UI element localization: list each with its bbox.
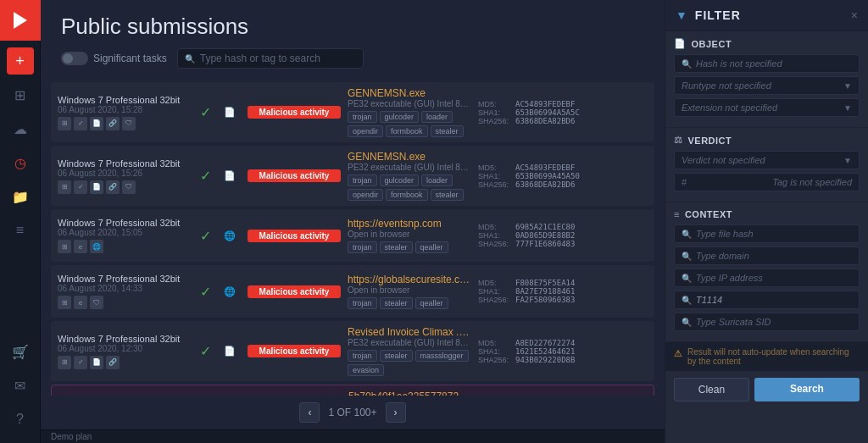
domain-input[interactable] xyxy=(696,251,852,261)
tag-qealler[interactable]: qealler xyxy=(415,241,448,253)
tag-stealer[interactable]: stealer xyxy=(380,297,413,309)
sidebar-item-cloud[interactable]: ☁ xyxy=(3,114,37,144)
sidebar-item-tasks[interactable]: ≡ xyxy=(3,215,37,246)
verdict-badge: Malicious activity xyxy=(248,285,341,298)
os-name: Windows 7 Professional 32bit xyxy=(58,158,180,169)
search-icon: 🔍 xyxy=(682,296,692,305)
tag-stealer[interactable]: stealer xyxy=(380,241,413,253)
file-hash-filter-input[interactable]: 🔍 xyxy=(674,224,860,243)
hash-info: MD5:A8ED227672274 SHA1:1621E52464621 SHA… xyxy=(478,339,648,364)
os-icons: ⊞ ✓ 📄 🔗 🛡 xyxy=(58,117,136,130)
close-filter-button[interactable]: × xyxy=(851,8,858,22)
os-info: Windows 7 Professional 32bit 06 August 2… xyxy=(58,274,193,309)
filter-verdict-title: ⚖ VERDICT xyxy=(674,135,860,146)
sidebar-item-help[interactable]: ? xyxy=(3,404,37,435)
tag-evasion[interactable]: evasion xyxy=(348,364,384,376)
os-date: 06 August 2020, 15:28 xyxy=(58,105,142,114)
ip-filter-input[interactable]: 🔍 xyxy=(674,269,860,287)
hash-info: MD5:AC54893FEDEBF SHA1:653B06994A5A5C SH… xyxy=(478,100,648,125)
warning-text: Result will not auto-update when searchi… xyxy=(687,347,860,366)
main-search-bar[interactable]: 🔍 xyxy=(177,48,364,69)
verified-icon: ✓ xyxy=(200,284,217,300)
clean-filter-button[interactable]: Clean xyxy=(674,378,749,401)
sidebar-item-history[interactable]: ◷ xyxy=(3,147,37,178)
ie-icon: e xyxy=(74,296,87,309)
verdict-select[interactable]: Verdict not specified ▼ xyxy=(674,151,860,169)
sidebar-item-mail[interactable]: ✉ xyxy=(3,370,37,401)
table-row[interactable]: Windows 7 Professional 32bit 06 August 2… xyxy=(51,82,654,142)
sidebar-item-folder[interactable]: 📁 xyxy=(3,181,37,212)
os-name: Windows 7 Professional 32bit xyxy=(58,218,180,228)
sidebar-item-dashboard[interactable]: ⊞ xyxy=(3,80,37,110)
table-row[interactable]: Windows 7 Professional 32bit 06 August 2… xyxy=(51,385,654,396)
tag-opendir[interactable]: opendir xyxy=(348,189,383,201)
significant-tasks-toggle[interactable]: Significant tasks xyxy=(61,52,167,65)
file-type-icon: 🌐 xyxy=(224,286,241,297)
filter-actions: Clean Search xyxy=(665,371,868,408)
add-button[interactable]: + xyxy=(7,47,34,75)
chevron-down-icon: ▼ xyxy=(843,103,852,113)
table-row[interactable]: Windows 7 Professional 32bit 06 August 2… xyxy=(51,209,654,262)
tag-qealler[interactable]: qealler xyxy=(415,297,448,309)
app-logo[interactable] xyxy=(0,0,41,41)
toggle-knob xyxy=(63,53,73,64)
os-date: 06 August 2020, 15:26 xyxy=(58,169,142,178)
filename: GENNEMSN.exe xyxy=(348,151,471,163)
os-name: Windows 7 Professional 32bit xyxy=(58,334,180,344)
tag-loader[interactable]: loader xyxy=(421,174,453,186)
sig-tasks-switch[interactable] xyxy=(61,52,88,65)
tag-formbook[interactable]: formbook xyxy=(386,125,428,137)
file-tags: trojan stealer qealler xyxy=(348,297,471,309)
tag-massslogger[interactable]: massslogger xyxy=(415,350,469,362)
prev-page-button[interactable]: ‹ xyxy=(299,402,320,423)
chevron-down-icon: ▼ xyxy=(843,81,852,91)
check-icon: ✓ xyxy=(74,180,87,194)
tag-stealer[interactable]: stealer xyxy=(431,125,464,137)
tag-stealer[interactable]: stealer xyxy=(380,350,413,362)
main-search-input[interactable] xyxy=(200,53,356,64)
tag-trojan[interactable]: trojan xyxy=(348,111,377,123)
tag-filter-input[interactable]: # Tag is not specified xyxy=(674,173,860,191)
hash-info: MD5:AC54893FEDEBF SHA1:653B0699A45A50 SH… xyxy=(478,163,648,189)
hash-filter-input[interactable]: 🔍 xyxy=(674,54,860,73)
tag-formbook[interactable]: formbook xyxy=(386,189,428,201)
hash-icon: # xyxy=(682,177,687,187)
table-row[interactable]: Windows 7 Professional 32bit 06 August 2… xyxy=(51,146,654,206)
demo-plan-label: Demo plan xyxy=(51,432,92,441)
filter-panel: ▼ FILTER × 📄 OBJECT 🔍 Runtype not specif… xyxy=(665,0,868,443)
runtype-select[interactable]: Runtype not specified ▼ xyxy=(674,76,860,95)
hash-input[interactable] xyxy=(696,58,852,69)
page-title: Public submissions xyxy=(61,14,644,40)
tag-trojan[interactable]: trojan xyxy=(348,297,377,309)
mitre-filter-row[interactable]: 🔍 T1114 xyxy=(674,291,860,309)
file-hash-input[interactable] xyxy=(696,229,852,239)
tag-gulcoder[interactable]: gulcoder xyxy=(380,174,420,186)
next-page-button[interactable]: › xyxy=(386,402,406,423)
suricata-filter-input[interactable]: 🔍 xyxy=(674,313,860,331)
page-indicator: 1 OF 100+ xyxy=(328,407,376,418)
tag-loader[interactable]: loader xyxy=(421,111,453,123)
file-info: https://eventsnp.com Open in browser tro… xyxy=(348,218,471,253)
ip-input[interactable] xyxy=(696,273,852,283)
filter-icon: ▼ xyxy=(676,8,688,22)
suricata-input[interactable] xyxy=(696,317,852,327)
tag-trojan[interactable]: trojan xyxy=(348,174,377,186)
warning-icon: ⚠ xyxy=(674,348,682,359)
tag-opendir[interactable]: opendir xyxy=(348,125,383,137)
verified-icon: ✓ xyxy=(200,168,217,184)
table-row[interactable]: Windows 7 Professional 32bit 06 August 2… xyxy=(51,265,654,318)
domain-filter-input[interactable]: 🔍 xyxy=(674,246,860,265)
search-filter-button[interactable]: Search xyxy=(754,378,860,401)
table-row[interactable]: Windows 7 Professional 32bit 06 August 2… xyxy=(51,321,654,381)
toolbar: Significant tasks 🔍 xyxy=(61,48,644,69)
tag-stealer[interactable]: stealer xyxy=(431,189,464,201)
file-tags: trojan stealer qealler xyxy=(348,241,471,253)
main-content: Public submissions Significant tasks 🔍 W… xyxy=(41,0,665,443)
extension-select[interactable]: Extension not specified ▼ xyxy=(674,98,860,117)
tag-gulcoder[interactable]: gulcoder xyxy=(380,111,420,123)
tag-trojan[interactable]: trojan xyxy=(348,350,377,362)
tag-trojan[interactable]: trojan xyxy=(348,241,377,253)
sidebar-item-cart[interactable]: 🛒 xyxy=(3,336,37,367)
sidebar: + ⊞ ☁ ◷ 📁 ≡ 🛒 ✉ ? xyxy=(0,0,41,443)
page-header: Public submissions Significant tasks 🔍 xyxy=(41,0,665,82)
